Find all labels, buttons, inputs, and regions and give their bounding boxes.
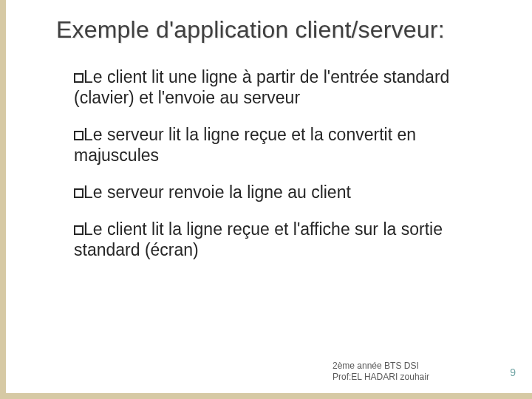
decorative-bottom-border: [0, 393, 532, 399]
footer: 2ème année BTS DSI Prof:EL HADARI zouhai…: [332, 361, 429, 383]
square-bullet-icon: [74, 225, 83, 235]
square-bullet-icon: [74, 131, 83, 140]
list-item: Le client lit une ligne à partir de l'en…: [74, 66, 488, 108]
bullet-text: Le serveur renvoie la ligne au client: [83, 183, 351, 202]
square-bullet-icon: [74, 188, 83, 198]
square-bullet-icon: [74, 73, 83, 83]
bullet-text: Le serveur lit la ligne reçue et la conv…: [74, 125, 416, 165]
list-item: Le client lit la ligne reçue et l'affich…: [74, 219, 488, 260]
list-item: Le serveur lit la ligne reçue et la conv…: [74, 124, 488, 166]
bullet-text: Le client lit une ligne à partir de l'en…: [74, 67, 449, 107]
footer-line-2: Prof:EL HADARI zouhair: [332, 372, 429, 383]
slide-title: Exemple d'application client/serveur:: [56, 16, 502, 44]
slide: Exemple d'application client/serveur: Le…: [0, 0, 532, 399]
footer-line-1: 2ème année BTS DSI: [332, 361, 429, 372]
decorative-left-border: [0, 0, 6, 399]
bullet-text: Le client lit la ligne reçue et l'affich…: [74, 219, 443, 259]
list-item: Le serveur renvoie la ligne au client: [74, 182, 488, 202]
slide-body: Le client lit une ligne à partir de l'en…: [74, 66, 488, 276]
page-number: 9: [510, 366, 516, 378]
